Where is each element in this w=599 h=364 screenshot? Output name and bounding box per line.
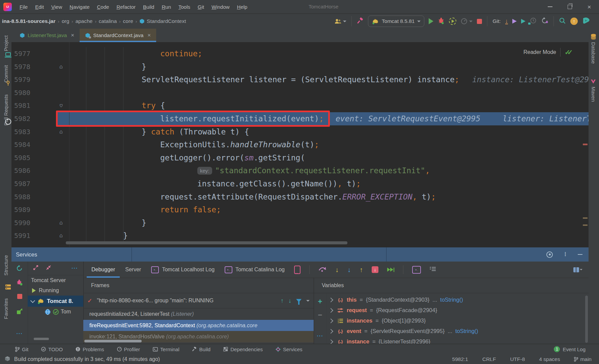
update-project-icon[interactable]: ↓ xyxy=(505,19,508,24)
frame-row-selected[interactable]: fireRequestInitEvent:5982, StandardConte… xyxy=(83,320,314,331)
toolbar-problems[interactable]: Problems xyxy=(76,346,104,352)
chevron-right-icon[interactable] xyxy=(329,318,333,323)
toolbar-build[interactable]: Build xyxy=(192,346,210,352)
tree-node-running[interactable]: Running xyxy=(28,285,83,296)
tree-node-deployment[interactable]: Tom xyxy=(28,307,83,317)
settings-lines-icon[interactable] xyxy=(430,267,436,273)
toolbar-todo[interactable]: TODO xyxy=(41,346,63,352)
menu-git[interactable]: Git xyxy=(194,4,208,10)
rollback-icon[interactable] xyxy=(541,17,548,26)
line-number[interactable]: 5984 xyxy=(14,138,30,151)
status-message[interactable]: Build completed successfully in 3 sec, 4… xyxy=(14,356,160,362)
restore-icon[interactable] xyxy=(560,0,579,13)
run-icon[interactable] xyxy=(429,18,433,24)
layout-icon[interactable] xyxy=(573,267,582,272)
line-ending-selector[interactable]: CRLF xyxy=(482,356,496,362)
users-icon[interactable] xyxy=(334,19,346,24)
thread-up-icon[interactable]: ↑ xyxy=(281,297,284,304)
toolbar-terminal[interactable]: Terminal xyxy=(153,346,179,352)
tree-node-tomcat-config[interactable]: Tomcat 8. xyxy=(28,296,83,307)
tab-tomcat-catalina-log[interactable]: >_Tomcat Catalina Log xyxy=(224,262,285,278)
expand-all-icon[interactable] xyxy=(33,265,38,272)
phone-icon[interactable] xyxy=(294,266,301,274)
error-stripe-mark[interactable] xyxy=(583,144,588,145)
menu-view[interactable]: View xyxy=(48,4,66,10)
line-number[interactable]: 5981 xyxy=(14,99,30,112)
target-icon[interactable] xyxy=(546,251,553,258)
menu-refactor[interactable]: Refactor xyxy=(113,4,139,10)
caret-position[interactable]: 5982:1 xyxy=(452,356,468,362)
menu-help[interactable]: Help xyxy=(233,4,251,10)
hide-tool-window-icon[interactable] xyxy=(578,254,582,255)
breadcrumb-core[interactable]: core xyxy=(123,18,133,24)
more-vertical-icon[interactable]: ⁞ xyxy=(564,253,566,256)
line-number[interactable]: 5982 xyxy=(14,112,30,125)
line-number[interactable]: 5987 xyxy=(14,177,30,190)
toolbar-dependencies[interactable]: Dependencies xyxy=(223,346,263,352)
editor-horizontal-scrollbar[interactable] xyxy=(66,241,347,244)
tab-standardcontext[interactable]: StandardContext.java × xyxy=(80,29,156,42)
event-log-button[interactable]: 1 Event Log xyxy=(554,346,586,352)
close-tab-icon[interactable]: × xyxy=(147,32,151,39)
thread-down-icon[interactable]: ↓ xyxy=(288,297,291,304)
menu-build[interactable]: Build xyxy=(139,4,158,10)
breadcrumb-apache[interactable]: apache xyxy=(76,18,93,24)
reader-check-icon[interactable]: ✓✓ xyxy=(565,48,573,56)
encoding-selector[interactable]: UTF-8 xyxy=(510,356,525,362)
filter-icon[interactable] xyxy=(296,299,302,302)
chevron-down-icon[interactable] xyxy=(30,298,35,303)
line-number[interactable]: 5977 xyxy=(14,47,30,60)
line-number[interactable]: 5983 xyxy=(14,125,30,139)
chevron-down-icon[interactable] xyxy=(306,300,310,302)
sidebar-item-database[interactable]: Database xyxy=(588,42,599,72)
editor-gutter[interactable]: 5977 5978⌂ 5979 5980 5981⌂ 5982 5983⌂ 59… xyxy=(11,47,69,242)
push-icon[interactable] xyxy=(512,19,517,24)
step-into-icon[interactable]: ↓ xyxy=(335,266,339,274)
chevron-right-icon[interactable] xyxy=(329,329,333,333)
chevron-right-icon[interactable] xyxy=(329,297,333,302)
deploy-icon[interactable] xyxy=(11,308,28,316)
profiler-icon[interactable] xyxy=(461,18,473,25)
variable-row[interactable]: {..} instance = {ListenerTest@2996} xyxy=(326,336,589,344)
rerun-icon[interactable] xyxy=(11,265,28,273)
more-icon[interactable]: ··· xyxy=(314,333,326,339)
more-icon[interactable]: ··· xyxy=(72,265,78,271)
frames-horizontal-scrollbar[interactable] xyxy=(84,340,142,342)
add-icon[interactable]: + xyxy=(314,297,326,306)
variable-row[interactable]: {..} event = {ServletRequestEvent@2995} … xyxy=(326,326,589,336)
step-over-icon[interactable] xyxy=(318,266,326,273)
branch-widget[interactable]: main xyxy=(574,356,592,362)
close-tab-icon[interactable]: × xyxy=(71,32,74,39)
collapse-all-icon[interactable] xyxy=(46,265,51,272)
chevron-right-icon[interactable] xyxy=(329,339,333,344)
run-config-selector[interactable]: Tomcat 8.5.81 xyxy=(368,16,424,27)
more-icon[interactable]: ··· xyxy=(11,331,28,337)
reader-mode-label[interactable]: Reader Mode xyxy=(523,49,556,55)
breadcrumb-org[interactable]: org xyxy=(62,18,69,24)
line-number[interactable]: 5989 xyxy=(14,203,30,216)
console-icon[interactable]: >_ xyxy=(412,266,421,274)
tab-server[interactable]: Server xyxy=(124,262,142,278)
line-number[interactable]: 5985 xyxy=(14,151,30,164)
sidebar-item-structure[interactable]: Structure xyxy=(0,255,11,283)
history-icon[interactable] xyxy=(530,17,537,25)
menu-navigate[interactable]: Navigate xyxy=(66,4,93,10)
menu-run[interactable]: Run xyxy=(158,4,175,10)
line-number[interactable]: 5986 xyxy=(14,164,30,177)
database-icon[interactable] xyxy=(588,34,599,41)
minimize-icon[interactable] xyxy=(540,0,560,13)
variable-row[interactable]: request = {RequestFacade@2904} xyxy=(326,305,589,315)
tostring-link[interactable]: toString() xyxy=(440,297,463,303)
variable-row[interactable]: 123 instances = {Object[1]@2993} xyxy=(326,315,589,326)
breadcrumb-catalina[interactable]: catalina xyxy=(99,18,117,24)
close-icon[interactable]: × xyxy=(579,0,599,13)
line-number[interactable]: 5991 xyxy=(14,229,30,242)
hammer-icon[interactable] xyxy=(357,17,364,25)
thread-selector[interactable]: ✓ "http-nio-8080-exec-6... group "main":… xyxy=(83,293,314,308)
frame-row[interactable]: requestInitialized:24, ListenerTest (Lis… xyxy=(83,308,314,320)
error-stripe-mark[interactable] xyxy=(583,217,588,219)
menu-tools[interactable]: Tools xyxy=(175,4,194,10)
drop-frame-icon[interactable]: ↓ xyxy=(372,266,378,273)
step-out-icon[interactable]: ↑ xyxy=(360,266,363,274)
sidebar-item-favorites[interactable]: Favorites xyxy=(0,298,11,329)
